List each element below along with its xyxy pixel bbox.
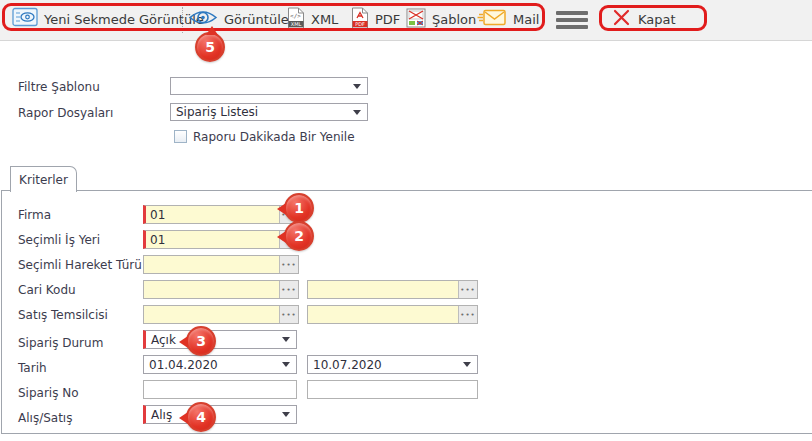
svg-text:</>: </> <box>290 12 301 19</box>
annotation-badge-3: 3 <box>186 326 216 356</box>
cari-kodu-field-end[interactable]: ••• <box>307 280 478 299</box>
cari-kodu-lookup-button-end[interactable]: ••• <box>458 281 477 298</box>
refresh-every-minute-label: Raporu Dakikada Bir Yenile <box>193 130 355 144</box>
firma-field[interactable]: ••• <box>143 205 299 224</box>
chevron-down-icon <box>353 110 361 115</box>
siparis-no-field-end[interactable] <box>307 380 478 399</box>
secimli-is-yeri-label: Seçimli İş Yeri <box>18 233 100 247</box>
alis-satis-select[interactable]: Alış <box>143 405 297 424</box>
close-icon <box>611 7 632 31</box>
firma-input[interactable] <box>146 206 279 223</box>
mail-label: Mail <box>513 12 539 27</box>
secimli-is-yeri-field[interactable]: ••• <box>143 230 299 249</box>
menu-icon[interactable] <box>556 11 588 29</box>
view-new-tab-label: Yeni Sekmede Görüntüle <box>44 12 204 27</box>
mail-button[interactable]: Mail <box>477 4 539 34</box>
cari-kodu-label: Cari Kodu <box>18 283 76 297</box>
close-label: Kapat <box>638 12 676 27</box>
siparis-no-input-start[interactable] <box>144 381 296 398</box>
satis-temsilcisi-input-end[interactable] <box>308 306 458 323</box>
pdf-label: PDF <box>375 12 400 27</box>
secimli-hareket-turu-lookup-button[interactable]: ••• <box>279 256 298 273</box>
svg-text:PDF: PDF <box>355 20 365 26</box>
annotation-badge-1: 1 <box>284 193 314 223</box>
secimli-hareket-turu-label: Seçimli Hareket Türü <box>18 258 142 272</box>
template-button[interactable]: Şablon <box>406 4 476 34</box>
annotation-badge-4: 4 <box>186 402 216 432</box>
cari-kodu-lookup-button-start[interactable]: ••• <box>279 281 298 298</box>
pdf-button[interactable]: PDF PDF <box>351 4 400 34</box>
refresh-every-minute-checkbox[interactable] <box>174 130 187 143</box>
xml-file-icon: </> XML <box>287 7 305 32</box>
view-button[interactable]: Görüntüle <box>188 4 289 34</box>
secimli-hareket-turu-field[interactable]: ••• <box>143 255 299 274</box>
xml-label: XML <box>311 12 338 27</box>
filter-template-select[interactable] <box>170 77 368 95</box>
tarih-end-select[interactable]: 10.07.2020 <box>307 355 478 374</box>
satis-temsilcisi-field-start[interactable]: ••• <box>143 305 299 324</box>
xml-button[interactable]: </> XML XML <box>287 4 338 34</box>
tab-kriterler[interactable]: Kriterler <box>10 166 77 192</box>
satis-temsilcisi-input-start[interactable] <box>144 306 279 323</box>
template-label: Şablon <box>432 12 476 27</box>
siparis-durum-label: Sipariş Durum <box>18 336 103 350</box>
firma-label: Firma <box>18 208 51 222</box>
cari-kodu-input-end[interactable] <box>308 281 458 298</box>
report-files-label: Rapor Dosyaları <box>18 106 113 120</box>
alis-satis-label: Alış/Satış <box>18 411 72 425</box>
chevron-down-icon <box>353 84 361 89</box>
tarih-start-value: 01.04.2020 <box>144 358 282 372</box>
chevron-down-icon <box>282 412 290 417</box>
cari-kodu-field-start[interactable]: ••• <box>143 280 299 299</box>
mail-icon <box>477 8 507 30</box>
satis-temsilcisi-field-end[interactable]: ••• <box>307 305 478 324</box>
secimli-is-yeri-input[interactable] <box>146 231 279 248</box>
satis-temsilcisi-label: Satış Temsilcisi <box>18 308 108 322</box>
annotation-badge-2: 2 <box>284 221 314 251</box>
report-files-value: Sipariş Listesi <box>171 105 353 119</box>
new-tab-eye-icon <box>12 7 38 31</box>
report-filter-window: Yeni Sekmede Görüntüle Görüntüle </> <box>0 0 812 441</box>
template-icon <box>406 8 426 31</box>
tarih-start-select[interactable]: 01.04.2020 <box>143 355 297 374</box>
toolbar: Yeni Sekmede Görüntüle Görüntüle </> <box>0 0 812 41</box>
tarih-label: Tarih <box>18 361 47 375</box>
chevron-down-icon <box>282 362 290 367</box>
svg-text:XML: XML <box>291 20 302 26</box>
pdf-file-icon: PDF <box>351 7 369 32</box>
tarih-end-value: 10.07.2020 <box>308 358 463 372</box>
siparis-no-label: Sipariş No <box>18 386 79 400</box>
annotation-badge-5: 5 <box>195 32 225 62</box>
secimli-hareket-turu-input[interactable] <box>144 256 279 273</box>
siparis-durum-select[interactable]: Açık <box>143 330 297 349</box>
view-label: Görüntüle <box>224 12 289 27</box>
siparis-no-field-start[interactable] <box>143 380 297 399</box>
satis-temsilcisi-lookup-button-start[interactable]: ••• <box>279 306 298 323</box>
siparis-no-input-end[interactable] <box>308 381 477 398</box>
report-files-select[interactable]: Sipariş Listesi <box>170 103 368 121</box>
cari-kodu-input-start[interactable] <box>144 281 279 298</box>
view-new-tab-button[interactable]: Yeni Sekmede Görüntüle <box>12 4 204 34</box>
chevron-down-icon <box>282 337 290 342</box>
close-button[interactable]: Kapat <box>611 4 676 34</box>
chevron-down-icon <box>463 362 471 367</box>
filter-template-label: Filtre Şablonu <box>18 80 100 94</box>
satis-temsilcisi-lookup-button-end[interactable]: ••• <box>458 306 477 323</box>
